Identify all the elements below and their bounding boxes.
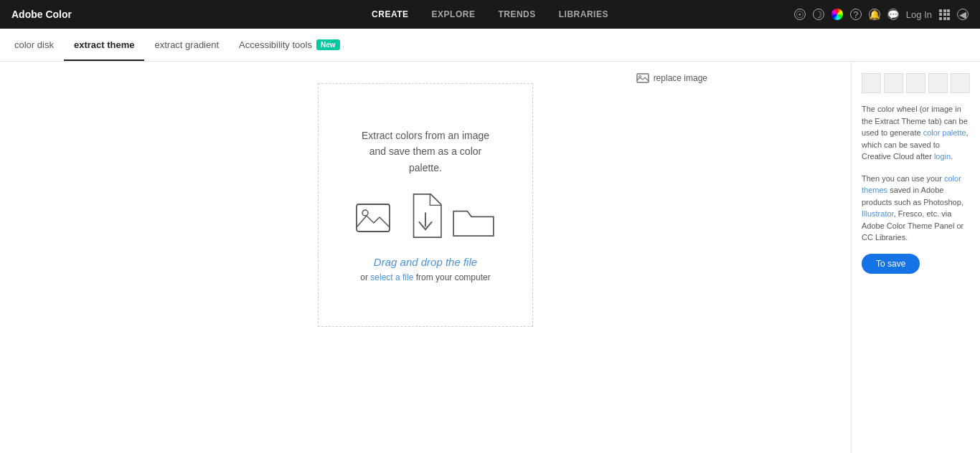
svg-rect-2 (357, 204, 390, 232)
globe-icon[interactable]: ☉ (794, 9, 806, 20)
replace-image-bar[interactable]: replace image (636, 73, 707, 83)
nav-create[interactable]: CREATE (372, 9, 408, 19)
sidebar-description-2: Then you can use your color themes saved… (862, 173, 970, 244)
drag-label: Drag and drop the file (374, 256, 477, 268)
main-nav: CREATE EXPLORE TRENDS LIBRARIES (372, 9, 608, 19)
tabs-bar: color disk extract theme extract gradien… (0, 29, 980, 62)
login-link-sidebar[interactable]: login (934, 152, 951, 161)
content-area: replace image Extract colors from an ima… (0, 62, 851, 453)
replace-image-label[interactable]: replace image (654, 73, 707, 83)
drop-zone[interactable]: Extract colors from an imageand save the… (318, 83, 533, 327)
svg-point-3 (362, 210, 368, 216)
grid-icon[interactable] (939, 9, 950, 20)
login-link[interactable]: Log In (906, 9, 932, 20)
swatch-2 (884, 73, 903, 93)
header: Adobe Color CREATE EXPLORE TRENDS LIBRAR… (0, 0, 980, 29)
help-icon[interactable]: ? (850, 9, 862, 20)
app-logo: Adobe Color (11, 9, 72, 20)
color-wheel-icon[interactable] (831, 9, 843, 20)
nav-libraries[interactable]: LIBRARIES (559, 9, 608, 19)
illustrator-link[interactable]: Illustrator (862, 209, 894, 218)
tab-color-disk[interactable]: color disk (14, 29, 64, 61)
drop-main-text: Extract colors from an imageand save the… (362, 128, 489, 176)
color-swatches (862, 73, 970, 93)
select-file-link[interactable]: select a file (370, 272, 413, 282)
nav-explore[interactable]: EXPLORE (432, 9, 476, 19)
account-icon[interactable]: ◀ (957, 9, 969, 20)
notification-icon[interactable]: 🔔 (869, 9, 880, 20)
sidebar: The color wheel (or image in the Extract… (851, 62, 980, 453)
nav-trends[interactable]: TRENDS (498, 9, 535, 19)
swatch-5 (951, 73, 970, 93)
header-icons: ☉ ☽ ? 🔔 💬 Log In ◀ (794, 9, 969, 20)
color-palette-link[interactable]: color palette (923, 128, 966, 137)
swatch-3 (906, 73, 925, 93)
image-icon (636, 73, 649, 83)
swatch-4 (928, 73, 948, 93)
swatch-1 (862, 73, 881, 93)
drop-icons (355, 193, 496, 239)
folder-icon (451, 204, 496, 239)
color-themes-link[interactable]: color themes (862, 174, 961, 195)
chat-icon[interactable]: 💬 (887, 9, 899, 20)
sidebar-description-1: The color wheel (or image in the Extract… (862, 103, 970, 163)
file-download-icon (407, 193, 444, 239)
new-badge: New (316, 39, 340, 50)
moon-icon[interactable]: ☽ (813, 9, 824, 20)
image-upload-icon (355, 200, 400, 239)
tab-extract-gradient[interactable]: extract gradient (144, 29, 229, 61)
select-label: or select a file from your computer (360, 272, 490, 282)
tab-accessibility-tools[interactable]: Accessibility tools New (229, 29, 349, 61)
tab-extract-theme[interactable]: extract theme (64, 29, 145, 61)
to-save-button[interactable]: To save (862, 254, 920, 274)
main-content: replace image Extract colors from an ima… (0, 62, 980, 453)
